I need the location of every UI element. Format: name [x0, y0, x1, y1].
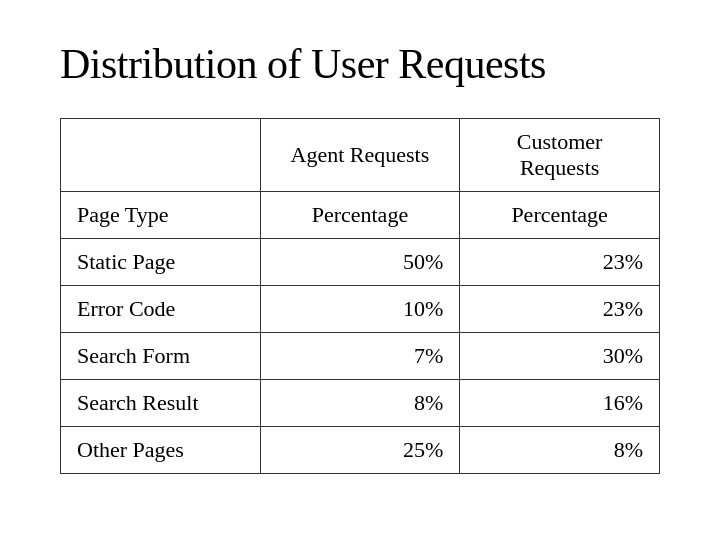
header-row-2: Page Type Percentage Percentage [61, 192, 660, 239]
row-label: Error Code [61, 286, 261, 333]
table-row: Error Code10%23% [61, 286, 660, 333]
header-customer-percentage: Percentage [460, 192, 660, 239]
table-row: Search Form7%30% [61, 333, 660, 380]
row-label: Search Result [61, 380, 261, 427]
row-label: Other Pages [61, 427, 261, 474]
row-customer-value: 30% [460, 333, 660, 380]
table-row: Search Result8%16% [61, 380, 660, 427]
row-agent-value: 10% [260, 286, 460, 333]
row-customer-value: 23% [460, 286, 660, 333]
table-row: Static Page50%23% [61, 239, 660, 286]
header-row-1: Agent Requests Customer Requests [61, 119, 660, 192]
row-customer-value: 23% [460, 239, 660, 286]
header-agent-percentage: Percentage [260, 192, 460, 239]
row-customer-value: 8% [460, 427, 660, 474]
header-agent-requests: Agent Requests [260, 119, 460, 192]
row-label: Static Page [61, 239, 261, 286]
page-title: Distribution of User Requests [60, 40, 546, 88]
header-customer-requests: Customer Requests [460, 119, 660, 192]
row-agent-value: 8% [260, 380, 460, 427]
table-row: Other Pages25%8% [61, 427, 660, 474]
row-agent-value: 25% [260, 427, 460, 474]
distribution-table: Agent Requests Customer Requests Page Ty… [60, 118, 660, 474]
row-label: Search Form [61, 333, 261, 380]
row-customer-value: 16% [460, 380, 660, 427]
row-agent-value: 7% [260, 333, 460, 380]
header-page-type: Page Type [61, 192, 261, 239]
row-agent-value: 50% [260, 239, 460, 286]
header-empty [61, 119, 261, 192]
